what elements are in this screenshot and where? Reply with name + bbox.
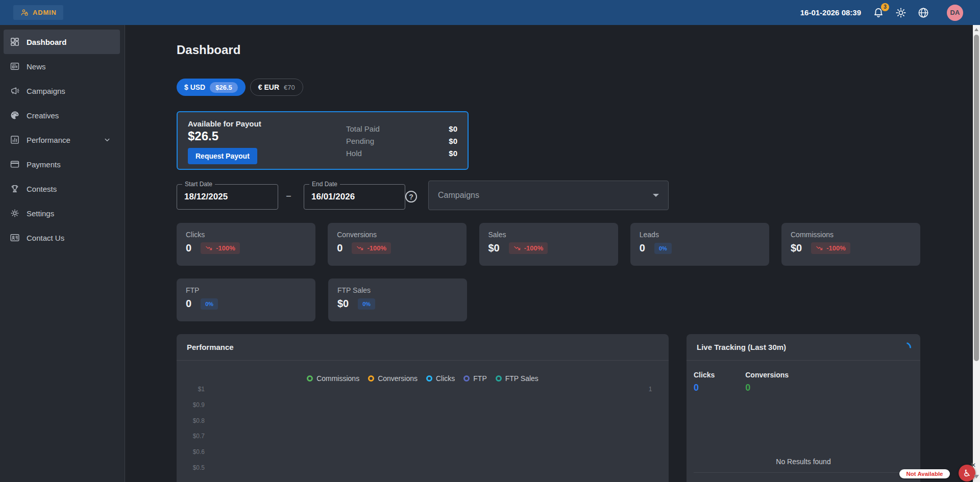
sidebar-item-settings[interactable]: Settings [4,201,120,225]
no-results-text: No Results found [687,458,920,466]
palette-icon [10,110,20,120]
payout-row-label: Hold [346,149,362,158]
sidebar-item-contact-us[interactable]: Contact Us [4,225,120,250]
y-axis-tick: $0.7 [177,433,205,440]
performance-panel: Performance Commissions Conversions [177,334,669,482]
stat-value: $0 [337,298,349,310]
stat-card-sales: Sales $0 -100% [479,223,618,266]
sidebar-item-label: Contact Us [27,234,64,242]
sidebar-item-label: Creatives [27,111,59,120]
stat-card-conversions: Conversions 0 -100% [328,223,467,266]
topbar-datetime: 16-01-2026 08:39 [800,8,861,17]
legend-label: FTP [473,374,486,383]
stat-label: FTP [186,286,306,294]
stat-value: 0 [640,242,645,254]
stat-label: Commissions [791,231,911,239]
legend-label: FTP Sales [505,374,538,383]
stat-value: $0 [791,242,802,254]
legend-ring-icon [463,375,470,382]
stat-value: 0 [186,242,191,254]
gear-icon [10,208,20,218]
stat-label: Leads [640,231,760,239]
legend-item-clicks[interactable]: Clicks [426,374,455,383]
end-date-input[interactable] [304,185,405,209]
payout-row-total-paid: Total Paid $0 [346,124,457,133]
stat-delta-text: 0% [205,301,213,307]
sidebar: Dashboard News Campaigns Creatives Perfo… [0,25,125,482]
start-date-input[interactable] [177,185,278,209]
live-metric-label: Conversions [745,371,789,379]
divider [694,472,910,473]
sidebar-item-performance[interactable]: Performance [4,128,120,152]
legend-item-ftp[interactable]: FTP [463,374,486,383]
legend-ring-icon [496,375,502,382]
live-metric-label: Clicks [694,371,715,379]
contact-card-icon [10,233,20,243]
scrollbar-up-arrow[interactable] [974,28,978,31]
accessibility-close-icon[interactable]: ✕ [971,462,976,469]
notifications-bell-icon[interactable]: 3 [872,7,885,19]
theme-sun-icon[interactable] [895,7,907,19]
admin-label: ADMIN [33,9,57,16]
stat-label: Sales [488,231,609,239]
stat-delta-badge: -100% [811,242,850,254]
request-payout-button[interactable]: Request Payout [188,148,257,164]
stat-delta-text: 0% [362,301,371,307]
live-metric-value: 0 [745,383,789,393]
payout-available-amount: $26.5 [188,129,261,143]
trending-down-icon [356,244,364,252]
stat-delta-text: -100% [367,244,386,252]
stats-row-2: FTP 0 0% FTP Sales $0 0% [177,278,920,321]
scrollbar-thumb[interactable] [974,35,979,361]
sidebar-item-news[interactable]: News [4,54,120,79]
legend-item-conversions[interactable]: Conversions [368,374,418,383]
sidebar-item-contests[interactable]: Contests [4,176,120,201]
currency-tab-eur[interactable]: € EUR €70 [250,79,303,96]
stat-delta-badge: 0% [201,298,218,310]
stat-delta-badge: -100% [509,242,548,254]
scrollbar[interactable] [973,25,980,482]
stat-label: Conversions [337,231,457,239]
y-axis-tick: $0.9 [177,401,205,409]
live-tracking-header: Live Tracking (Last 30m) [687,334,920,361]
payout-available-block: Available for Payout $26.5 Request Payou… [188,119,261,162]
sidebar-item-dashboard[interactable]: Dashboard [4,30,120,54]
campaigns-select[interactable]: Campaigns [428,181,669,210]
live-tracking-panel: Live Tracking (Last 30m) Clicks 0 Conver… [687,334,920,482]
trophy-icon [10,184,20,194]
select-caret-icon [653,194,659,197]
payout-row-pending: Pending $0 [346,137,457,145]
performance-panel-title: Performance [187,343,234,351]
credit-card-icon [10,159,20,169]
trending-down-icon [816,244,823,252]
end-date-field: End Date [304,184,405,210]
y-axis-tick: $0.5 [177,464,205,471]
legend-item-ftp-sales[interactable]: FTP Sales [496,374,538,383]
sidebar-item-campaigns[interactable]: Campaigns [4,79,120,103]
legend-item-commissions[interactable]: Commissions [307,374,359,383]
sidebar-item-label: Performance [27,136,70,144]
currency-tabs: $ USD $26.5 € EUR €70 [177,79,303,96]
currency-tab-usd[interactable]: $ USD $26.5 [177,79,246,96]
sidebar-item-label: Payments [27,160,61,169]
language-globe-icon[interactable] [917,7,929,19]
live-metric-conversions: Conversions 0 [745,371,789,393]
legend-label: Commissions [316,374,359,383]
chevron-down-icon [103,135,112,144]
sidebar-item-creatives[interactable]: Creatives [4,103,120,128]
legend-ring-icon [307,375,313,382]
stat-label: FTP Sales [337,286,458,294]
avatar[interactable]: DA [947,5,963,21]
payout-row-value: $0 [449,149,457,158]
currency-amount-badge: €70 [284,84,295,91]
payout-available-label: Available for Payout [188,119,261,128]
dashboard-icon [10,37,20,47]
app-root: ADMIN 16-01-2026 08:39 3 DA Dashboard Ne… [0,0,980,482]
bar-chart-icon [10,135,20,145]
right-axis-label: 1 [644,386,656,393]
currency-tab-label: € EUR [258,83,279,91]
sidebar-item-payments[interactable]: Payments [4,152,120,176]
help-icon[interactable]: ? [405,191,417,202]
sidebar-item-label: Contests [27,185,57,193]
campaigns-select-placeholder: Campaigns [438,191,479,200]
